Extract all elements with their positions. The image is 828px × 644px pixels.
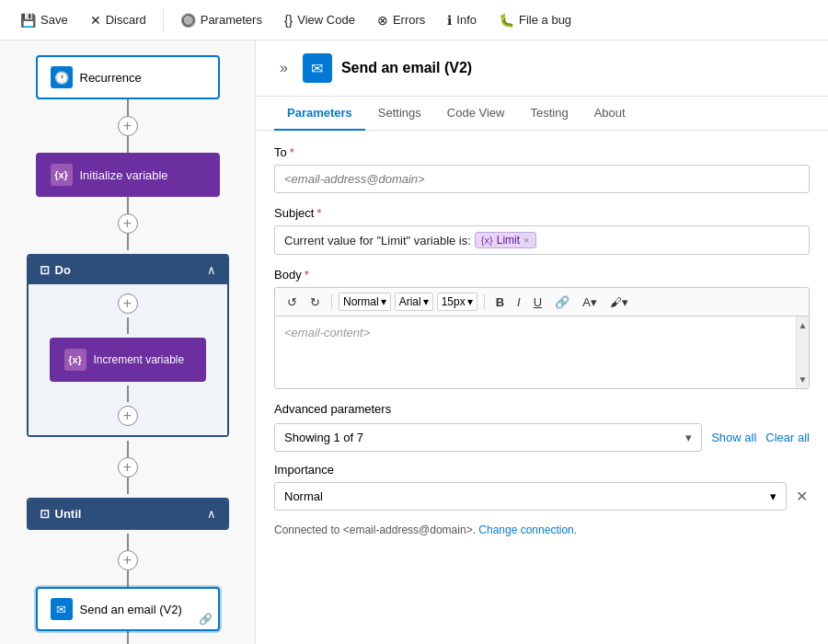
normal-dropdown-arrow: ▾ <box>381 295 386 308</box>
advanced-params-section: Advanced parameters Showing 1 of 7 ▾ Sho… <box>274 402 810 536</box>
increment-variable-node[interactable]: {x} Increment variable <box>50 338 206 382</box>
importance-select[interactable]: Normal ▾ <box>274 482 787 511</box>
font-select[interactable]: Arial ▾ <box>395 293 433 311</box>
panel-header: » ✉ Send an email (V2) <box>256 40 828 97</box>
importance-label: Importance <box>274 463 810 477</box>
tab-settings[interactable]: Settings <box>365 97 434 131</box>
adv-dropdown[interactable]: Showing 1 of 7 ▾ <box>274 423 702 452</box>
panel-expand-button[interactable]: » <box>274 58 293 78</box>
subject-required: * <box>316 206 321 220</box>
discard-icon: ✕ <box>90 13 101 28</box>
errors-icon: ⊗ <box>377 13 388 28</box>
change-connection-link[interactable]: Change connection. <box>478 523 577 536</box>
connector-4: + <box>118 534 138 587</box>
send-email-node[interactable]: ✉ Send an email (V2) 🔗 <box>36 587 220 631</box>
subject-label: Subject * <box>274 206 810 220</box>
flow-line <box>127 99 129 116</box>
importance-field-group: Importance Normal ▾ ✕ <box>274 463 810 511</box>
adv-params-label: Advanced parameters <box>274 402 810 416</box>
until-collapse-icon[interactable]: ∧ <box>207 507 216 521</box>
flow-line-2 <box>127 197 129 213</box>
flow-line-5 <box>127 477 129 494</box>
increment-icon: {x} <box>64 349 86 371</box>
scroll-down[interactable]: ▼ <box>799 374 808 385</box>
panel-header-icon: ✉ <box>303 53 332 83</box>
flow-line-4 <box>127 441 129 457</box>
flow-line <box>127 136 129 153</box>
flow-line-8 <box>127 631 129 644</box>
discard-button[interactable]: ✕ Discard <box>81 8 155 32</box>
flow-line-3 <box>127 234 129 250</box>
undo-btn[interactable]: ↺ <box>282 293 302 311</box>
underline-btn[interactable]: U <box>529 293 546 311</box>
limit-token: {x} Limit × <box>475 232 536 248</box>
main-content: 🕐 Recurrence + {x} Initialize variable +… <box>0 40 828 644</box>
save-button[interactable]: 💾 Save <box>11 8 77 32</box>
tab-testing[interactable]: Testing <box>517 97 581 131</box>
body-editor[interactable]: <email-content> ▲ ▼ <box>274 316 810 389</box>
do-collapse-icon[interactable]: ∧ <box>207 263 216 277</box>
info-button[interactable]: ℹ Info <box>438 8 486 32</box>
do-flow-line <box>127 317 129 334</box>
init-variable-icon: {x} <box>51 164 73 186</box>
to-field-group: To * <box>274 145 810 193</box>
body-field-group: Body * ↺ ↻ Normal ▾ Arial ▾ <box>274 268 810 389</box>
tab-codeview[interactable]: Code View <box>434 97 518 131</box>
importance-clear-btn[interactable]: ✕ <box>794 486 810 507</box>
italic-btn[interactable]: I <box>512 293 525 311</box>
recurrence-node[interactable]: 🕐 Recurrence <box>36 55 220 99</box>
add-step-after-increment[interactable]: + <box>118 406 138 426</box>
format-normal-select[interactable]: Normal ▾ <box>339 293 391 311</box>
highlight-btn[interactable]: 🖌▾ <box>605 293 633 311</box>
add-step-btn-3[interactable]: + <box>118 457 138 477</box>
flow-line-7 <box>127 570 129 587</box>
redo-btn[interactable]: ↻ <box>305 293 325 311</box>
do-loop-header[interactable]: ⊡ Do ∧ <box>29 256 227 284</box>
do-flow-line-2 <box>127 385 129 402</box>
add-step-btn-2[interactable]: + <box>118 213 138 234</box>
add-step-btn-4[interactable]: + <box>118 550 138 570</box>
add-step-inside-do[interactable]: + <box>118 293 138 314</box>
panel-tabs: Parameters Settings Code View Testing Ab… <box>256 97 828 131</box>
body-scrollbar[interactable]: ▲ ▼ <box>796 316 809 388</box>
init-variable-node[interactable]: {x} Initialize variable <box>36 153 220 197</box>
send-email-icon: ✉ <box>51 598 73 620</box>
info-icon: ℹ <box>447 13 452 28</box>
importance-row: Normal ▾ ✕ <box>274 482 810 511</box>
adv-dropdown-arrow: ▾ <box>685 431 692 444</box>
body-placeholder: <email-content> <box>284 326 370 339</box>
parameters-button[interactable]: 🔘 Parameters <box>171 8 271 32</box>
connector-5: + <box>118 631 138 644</box>
clear-all-btn[interactable]: Clear all <box>765 431 810 444</box>
show-all-btn[interactable]: Show all <box>711 431 756 444</box>
flow-line-6 <box>127 534 129 550</box>
to-label: To * <box>274 145 810 159</box>
connection-info: Connected to <email-address@domain>. Cha… <box>274 523 810 536</box>
toolbar-div-2 <box>484 294 485 309</box>
size-select[interactable]: 15px ▾ <box>437 293 477 311</box>
save-icon: 💾 <box>20 13 36 28</box>
bold-btn[interactable]: B <box>491 293 509 311</box>
flow-panel: 🕐 Recurrence + {x} Initialize variable +… <box>0 40 256 644</box>
viewcode-button[interactable]: {} View Code <box>275 8 364 32</box>
do-body: + {x} Increment variable + <box>29 284 227 435</box>
panel-body: To * Subject * Current value for "Limit"… <box>256 131 828 644</box>
do-loop-container: ⊡ Do ∧ + {x} Increment variable + <box>27 254 229 437</box>
subject-text: Current value for "Limit" variable is: <box>284 234 471 247</box>
connector-3: + <box>118 441 138 494</box>
bug-icon: 🐛 <box>499 13 514 28</box>
body-label: Body * <box>274 268 810 282</box>
subject-input[interactable]: Current value for "Limit" variable is: {… <box>274 225 810 255</box>
to-input[interactable] <box>274 165 810 193</box>
body-toolbar: ↺ ↻ Normal ▾ Arial ▾ 15px ▾ <box>274 287 810 316</box>
fileabug-button[interactable]: 🐛 File a bug <box>489 8 581 32</box>
errors-button[interactable]: ⊗ Errors <box>368 8 434 32</box>
tab-about[interactable]: About <box>581 97 638 131</box>
until-header[interactable]: ⊡ Until ∧ <box>29 500 227 528</box>
token-close-btn[interactable]: × <box>523 235 529 246</box>
add-step-btn-1[interactable]: + <box>118 116 138 136</box>
tab-parameters[interactable]: Parameters <box>274 97 365 131</box>
fontcolor-btn[interactable]: A▾ <box>578 293 602 311</box>
scroll-up[interactable]: ▲ <box>799 320 808 330</box>
link-btn[interactable]: 🔗 <box>550 293 574 311</box>
